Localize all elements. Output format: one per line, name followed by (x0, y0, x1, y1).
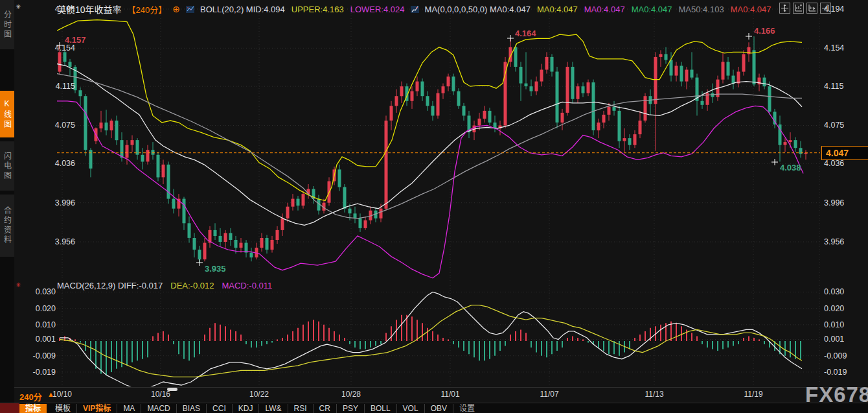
toolbar-item-BOLL[interactable]: BOLL (365, 404, 397, 413)
legend-value: MA0:4.047 (731, 5, 771, 14)
candle-body (359, 218, 362, 228)
candle-body (395, 96, 398, 106)
candle-body (214, 230, 217, 236)
candle-body (271, 240, 274, 250)
macd-axis-label-left: 0.020 (23, 304, 56, 313)
toolbar-item-VIP指标[interactable]: VIP指标 (77, 404, 117, 413)
brand-watermark: FX678 (805, 383, 868, 407)
candle-body (685, 70, 689, 82)
x-axis-date-label: 10/10 (52, 390, 72, 399)
candle-body (343, 187, 347, 209)
candle-body (530, 86, 533, 91)
cross-marker-icon (507, 35, 514, 41)
macd-axis-label-right: -0.019 (824, 368, 847, 377)
y-axis-label-right: 3.996 (824, 198, 844, 207)
candle-body (416, 82, 419, 91)
candle-body (364, 220, 367, 228)
toolbar-item-RSI[interactable]: RSI (288, 404, 314, 413)
candle-body (525, 84, 528, 87)
legend-value: MA0:4.047 (584, 5, 625, 14)
candle-body (592, 82, 595, 130)
legend-value: UPPER:4.163 (291, 5, 344, 14)
extreme-price-label: 4.038 (780, 163, 801, 172)
y-axis-label-left: 4.115 (49, 82, 75, 91)
y-axis-label-right: 4.036 (824, 159, 844, 168)
ma-legend: MA(0,0,0,0,50,0) MA0:4.047MA0:4.047MA0:4… (425, 5, 771, 14)
candle-body (146, 150, 150, 161)
candle-body (457, 91, 461, 106)
sidebar-tab-contract-info[interactable]: 合约资料 (0, 195, 14, 257)
x-axis-date-label: 11/07 (540, 390, 558, 399)
candle-body (789, 140, 792, 142)
candle-body (152, 150, 155, 155)
candle-body (276, 230, 279, 240)
candle-body (478, 119, 481, 126)
x-axis-date-label: 10/28 (341, 390, 361, 399)
macd-axis-label-right: 0.001 (824, 335, 844, 344)
toolbar-item-PSY[interactable]: PSY (337, 404, 365, 413)
x-axis-date-label: 10/16 (151, 390, 170, 399)
toolbar-item-CR[interactable]: CR (314, 404, 337, 413)
candle-body (338, 169, 341, 187)
candle-body (281, 218, 284, 230)
main-panel-settings-icon[interactable]: ✳ (16, 3, 21, 10)
candle-body (400, 86, 404, 96)
macd-panel-settings-icon[interactable]: ✳ (16, 281, 21, 289)
macd-axis-label-right: 0.010 (824, 320, 844, 329)
candle-body (120, 140, 124, 158)
candle-body (639, 121, 642, 134)
toolbar-item-BIAS[interactable]: BIAS (177, 404, 207, 413)
crosshair-move-icon[interactable] (779, 3, 790, 14)
candle-body (551, 57, 554, 72)
toolbar-item-LW&[interactable]: LW& (259, 404, 288, 413)
legend-value: MA50:4.103 (679, 5, 724, 14)
y-axis-label-right: 3.956 (824, 237, 844, 246)
macd-dea-line (60, 305, 802, 377)
candle-body (291, 199, 295, 207)
chart-zoom-in-icon[interactable] (793, 3, 804, 14)
sidebar-tab-kline-chart[interactable]: K线图 (0, 91, 14, 137)
candle-body (545, 57, 549, 70)
candle-body (431, 106, 435, 115)
x-axis-date-label: 11/19 (744, 390, 762, 399)
toolbar-item-模板[interactable]: 模板 (49, 404, 77, 413)
chart-canvas[interactable]: 4.1574.1644.1663.9354.038 (0, 0, 868, 413)
legend-value: BOLL(20,2) MID:4.094 (200, 5, 285, 14)
candle-body (126, 145, 129, 158)
toolbar-item-VOL[interactable]: VOL (397, 404, 425, 413)
sidebar-tab-time-chart[interactable]: 分时图 (0, 0, 14, 49)
extreme-price-label: 3.935 (205, 264, 226, 274)
candle-body (172, 199, 176, 209)
candle-body (602, 115, 606, 123)
candle-body (141, 155, 144, 162)
extreme-price-label: 4.166 (754, 26, 775, 36)
candle-body (618, 111, 621, 141)
add-indicator-icon[interactable]: ⊕ (172, 5, 180, 13)
toolbar-item-指标[interactable]: 指标 (19, 404, 47, 413)
last-price-tag: 4.047 (821, 146, 868, 160)
toolbar-item-KDJ[interactable]: KDJ (233, 404, 260, 413)
candle-body (219, 236, 222, 242)
period-label: 【240分】 (128, 3, 167, 16)
y-axis-label-left: 3.956 (49, 237, 75, 246)
toolbar-item-设置[interactable]: 设置 (453, 404, 481, 413)
candle-body (302, 194, 305, 206)
toolbar-item-MA[interactable]: MA (117, 404, 141, 413)
candle-body (514, 47, 518, 67)
candle-body (659, 54, 663, 57)
candle-body (587, 82, 590, 93)
grid-lines (57, 5, 819, 386)
candle-body (665, 54, 668, 60)
toolbar-item-CCI[interactable]: CCI (207, 404, 233, 413)
x-axis-date-label: 11/01 (440, 390, 459, 399)
toolbar-item-OBV[interactable]: OBV (425, 404, 453, 413)
bottom-toolbar: 指标模板VIP指标MAMACDBIASCCIKDJLW&RSICRPSYBOLL… (0, 403, 868, 413)
toolbar-item-MACD[interactable]: MACD (141, 404, 176, 413)
candle-body (250, 253, 253, 258)
chart-play-icon[interactable] (806, 3, 817, 14)
candle-body (701, 101, 704, 105)
footer-period-button[interactable]: 240分 (19, 390, 42, 403)
sidebar-tab-flash-chart[interactable]: 闪电图 (0, 141, 14, 191)
candle-body (84, 96, 87, 150)
macd-axis-label-right: 0.030 (824, 287, 844, 296)
